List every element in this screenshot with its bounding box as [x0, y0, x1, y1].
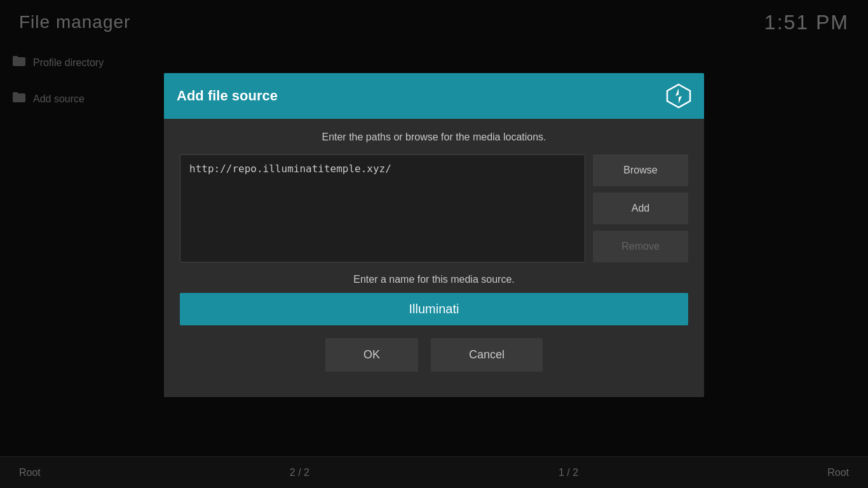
- footer-right-root: Root: [827, 467, 849, 478]
- path-input[interactable]: [180, 154, 585, 262]
- footer-left-page: 2 / 2: [290, 467, 309, 478]
- path-area: Browse Add Remove: [180, 154, 688, 262]
- browse-button[interactable]: Browse: [593, 154, 688, 186]
- dialog-body: Enter the paths or browse for the media …: [164, 119, 704, 397]
- footer-left-root: Root: [19, 467, 41, 478]
- ok-button[interactable]: OK: [325, 338, 418, 372]
- path-action-buttons: Browse Add Remove: [593, 154, 688, 262]
- cancel-button[interactable]: Cancel: [431, 338, 543, 372]
- instruction-paths: Enter the paths or browse for the media …: [180, 132, 688, 143]
- svg-marker-1: [675, 88, 682, 104]
- kodi-logo-icon: [666, 83, 691, 109]
- svg-marker-0: [667, 85, 690, 107]
- dialog-title: Add file source: [177, 88, 278, 104]
- footer-right-page: 1 / 2: [559, 467, 578, 478]
- remove-button[interactable]: Remove: [593, 231, 688, 262]
- footer-bar: Root 2 / 2 1 / 2 Root: [0, 456, 868, 488]
- add-button[interactable]: Add: [593, 193, 688, 224]
- dialog-footer-buttons: OK Cancel: [180, 338, 688, 384]
- add-file-source-dialog: Add file source Enter the paths or brows…: [164, 73, 704, 397]
- media-source-name-input[interactable]: [180, 293, 688, 325]
- instruction-name: Enter a name for this media source.: [180, 274, 688, 285]
- dialog-header: Add file source: [164, 73, 704, 119]
